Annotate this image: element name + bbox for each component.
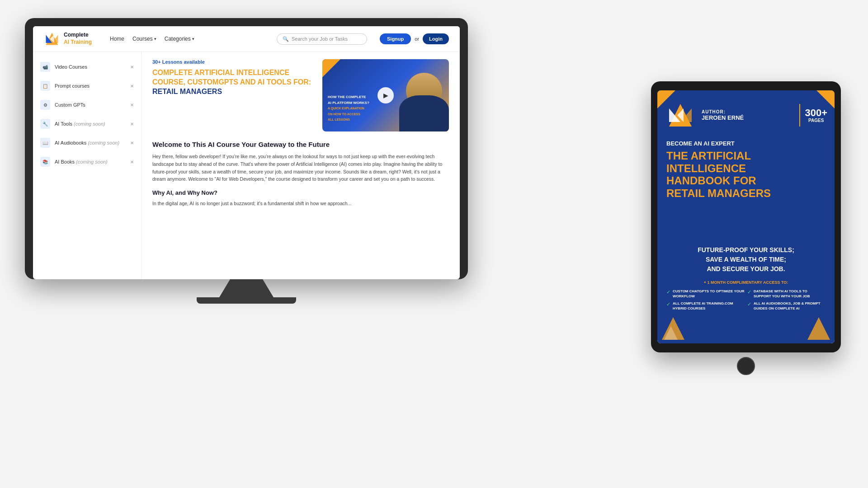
sidebar-item-prompt-courses[interactable]: 📋 Prompt courses ✕ bbox=[33, 76, 141, 95]
monitor-base bbox=[197, 297, 296, 304]
book-bottom-deco bbox=[657, 317, 835, 343]
book-become-label: BECOME AN AI EXPERT bbox=[666, 140, 826, 147]
svg-marker-10 bbox=[807, 317, 830, 340]
check-icon-4: ✓ bbox=[747, 301, 751, 307]
nav-categories[interactable]: Categories ▾ bbox=[165, 36, 194, 42]
sidebar-item-custom-gpts[interactable]: ⚙ Custom GPTs ✕ bbox=[33, 95, 141, 114]
tablet: AUTHOR: JEROEN ERNÉ 300+ PAGES B bbox=[651, 81, 841, 375]
book-feature-4: ✓ ALL AI AUDIOBOOKS, JOB & PROMPT GUIDES… bbox=[747, 301, 826, 311]
close-icon-4: ✕ bbox=[130, 122, 134, 127]
video-courses-icon: 📹 bbox=[40, 62, 50, 72]
tablet-screen: AUTHOR: JEROEN ERNÉ 300+ PAGES B bbox=[657, 90, 835, 343]
bottom-tri-left-icon bbox=[662, 317, 684, 340]
video-overlay-text: HOW THE COMPLETE AI PLATFORM WORKS? A QU… bbox=[328, 94, 369, 122]
sidebar-item-video-courses[interactable]: 📹 Video Courses ✕ bbox=[33, 57, 141, 76]
content-section: Welcome to This AI Course Your Gateway t… bbox=[152, 141, 449, 207]
sidebar-item-ai-audiobooks[interactable]: 📖 AI Audiobooks (coming soon) ✕ bbox=[33, 133, 141, 152]
prompt-courses-icon: 📋 bbox=[40, 81, 50, 91]
video-corner-decoration-tl bbox=[322, 59, 340, 77]
book-pages-badge: 300+ PAGES bbox=[805, 108, 827, 123]
hero-section: 30+ Lessons available COMPLETE ARTIFICIA… bbox=[152, 59, 449, 131]
ai-tools-icon: 🔧 bbox=[40, 119, 50, 129]
logo-icon bbox=[44, 31, 60, 47]
or-label: or bbox=[415, 36, 419, 42]
categories-chevron-icon: ▾ bbox=[192, 37, 194, 41]
courses-chevron-icon: ▾ bbox=[154, 37, 156, 41]
book-cover: AUTHOR: JEROEN ERNÉ 300+ PAGES B bbox=[657, 90, 835, 343]
lessons-badge: 30+ Lessons available bbox=[152, 59, 313, 65]
search-icon: 🔍 bbox=[283, 36, 289, 42]
close-icon-6: ✕ bbox=[130, 160, 134, 164]
book-title: THE ARTIFICIAL INTELLIGENCE HANDBOOK FOR… bbox=[666, 150, 826, 199]
monitor-stand bbox=[219, 279, 274, 297]
why-title: Why AI, and Why Now? bbox=[152, 189, 449, 196]
welcome-title: Welcome to This AI Course Your Gateway t… bbox=[152, 141, 449, 148]
login-button[interactable]: Login bbox=[423, 33, 449, 44]
why-body: In the digital age, AI is no longer just… bbox=[152, 200, 449, 207]
check-icon-3: ✓ bbox=[666, 301, 670, 307]
welcome-body: Hey there, fellow web developer! If you'… bbox=[152, 153, 449, 183]
logo-area: Complete AI Training bbox=[44, 31, 92, 47]
hero-video[interactable]: HOW THE COMPLETE AI PLATFORM WORKS? A QU… bbox=[322, 59, 449, 131]
monitor-frame: Complete AI Training Home Courses ▾ Cate… bbox=[25, 18, 468, 279]
tablet-frame: AUTHOR: JEROEN ERNÉ 300+ PAGES B bbox=[651, 81, 841, 352]
nav-home[interactable]: Home bbox=[110, 36, 124, 42]
book-divider bbox=[799, 104, 800, 127]
bottom-tri-right-icon bbox=[807, 317, 830, 340]
sidebar-item-ai-tools[interactable]: 🔧 AI Tools (coming soon) ✕ bbox=[33, 114, 141, 133]
check-icon-2: ✓ bbox=[747, 289, 751, 295]
site-body: 📹 Video Courses ✕ 📋 Prompt courses ✕ bbox=[33, 52, 460, 279]
search-bar[interactable]: 🔍 Search your Job or Tasks bbox=[277, 33, 367, 45]
nav-links: Home Courses ▾ Categories ▾ bbox=[110, 36, 268, 42]
book-features-grid: ✓ CUSTOM CHATGPTS TO OPTIMIZE YOUR WORKF… bbox=[657, 286, 835, 317]
hero-text: 30+ Lessons available COMPLETE ARTIFICIA… bbox=[152, 59, 313, 131]
tablet-home-button[interactable] bbox=[737, 357, 755, 375]
search-placeholder: Search your Job or Tasks bbox=[292, 36, 348, 42]
logo-text: Complete AI Training bbox=[64, 32, 92, 46]
signup-button[interactable]: Signup bbox=[380, 33, 411, 44]
close-icon-3: ✕ bbox=[130, 103, 134, 108]
book-feature-2: ✓ DATABASE WITH AI TOOLS TO SUPPORT YOU … bbox=[747, 289, 826, 299]
sidebar-item-ai-books[interactable]: 📚 AI Books (coming soon) ✕ bbox=[33, 152, 141, 171]
book-logo-icon bbox=[665, 99, 696, 131]
book-access-badge: + 1 MONTH COMPLIMENTARY ACCESS TO: bbox=[657, 278, 835, 286]
site-navbar: Complete AI Training Home Courses ▾ Cate… bbox=[33, 26, 460, 52]
nav-actions: Signup or Login bbox=[380, 33, 449, 44]
close-icon: ✕ bbox=[130, 65, 134, 70]
monitor-screen: Complete AI Training Home Courses ▾ Cate… bbox=[33, 26, 460, 279]
video-play-button[interactable]: ▶ bbox=[377, 87, 394, 103]
ai-books-icon: 📚 bbox=[40, 157, 50, 167]
book-subtitle-section: FUTURE-PROOF YOUR SKILLS; SAVE A WEALTH … bbox=[657, 245, 835, 278]
close-icon-2: ✕ bbox=[130, 84, 134, 89]
book-feature-1: ✓ CUSTOM CHATGPTS TO OPTIMIZE YOUR WORKF… bbox=[666, 289, 745, 299]
book-author-section: AUTHOR: JEROEN ERNÉ bbox=[702, 109, 795, 121]
book-main-content: BECOME AN AI EXPERT THE ARTIFICIAL INTEL… bbox=[657, 136, 835, 245]
desktop-monitor: Complete AI Training Home Courses ▾ Cate… bbox=[25, 18, 468, 304]
check-icon-1: ✓ bbox=[666, 289, 670, 295]
close-icon-5: ✕ bbox=[130, 141, 134, 145]
book-author-label: AUTHOR: bbox=[702, 109, 795, 114]
site-sidebar: 📹 Video Courses ✕ 📋 Prompt courses ✕ bbox=[33, 52, 142, 279]
hero-title: COMPLETE ARTIFICIAL INTELLIGENCE COURSE,… bbox=[152, 68, 313, 96]
custom-gpts-icon: ⚙ bbox=[40, 100, 50, 110]
scene: Complete AI Training Home Courses ▾ Cate… bbox=[0, 0, 868, 488]
ai-audiobooks-icon: 📖 bbox=[40, 138, 50, 148]
book-author-name: JEROEN ERNÉ bbox=[702, 114, 795, 121]
nav-courses[interactable]: Courses ▾ bbox=[132, 36, 156, 42]
book-subtitle: FUTURE-PROOF YOUR SKILLS; SAVE A WEALTH … bbox=[666, 245, 826, 274]
site-main: 30+ Lessons available COMPLETE ARTIFICIA… bbox=[142, 52, 460, 279]
book-feature-3: ✓ ALL COMPLETE AI TRAINING.COM HYBRID CO… bbox=[666, 301, 745, 311]
video-thumbnail: HOW THE COMPLETE AI PLATFORM WORKS? A QU… bbox=[322, 59, 449, 131]
